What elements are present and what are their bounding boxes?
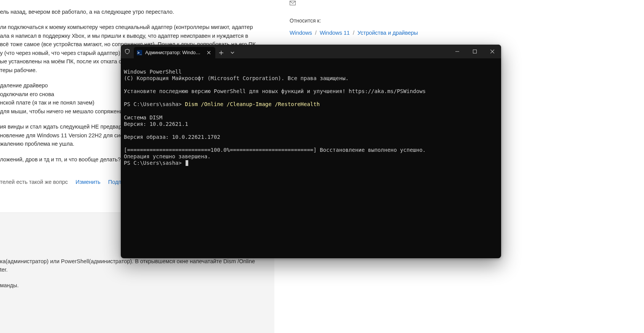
breadcrumb-separator: / bbox=[351, 30, 356, 36]
paragraph: манды. bbox=[0, 281, 267, 290]
answer-content: ка(администратор) или PowerShell(админис… bbox=[0, 257, 267, 296]
terminal-line: Версия образа: 10.0.22621.1702 bbox=[124, 134, 220, 140]
shield-icon bbox=[125, 49, 130, 54]
prompt-prefix: PS C:\Users\sasha> bbox=[124, 101, 185, 107]
terminal-prompt-line: PS C:\Users\sasha> Dism /Online /Cleanup… bbox=[124, 101, 320, 107]
minimize-button[interactable] bbox=[449, 45, 466, 58]
mail-icon[interactable] bbox=[290, 0, 556, 7]
terminal-line: Windows PowerShell bbox=[124, 69, 182, 75]
svg-rect-1 bbox=[473, 50, 477, 53]
titlebar[interactable]: >_ Администратор: Windows Pc bbox=[121, 45, 501, 58]
terminal-window[interactable]: >_ Администратор: Windows Pc Windows Pow… bbox=[121, 45, 501, 258]
terminal-prompt-line: PS C:\Users\sasha> bbox=[124, 160, 188, 166]
breadcrumb-current[interactable]: Устройства и драйверы bbox=[357, 30, 418, 36]
paragraph: ель назад, вечером всё работало, а на сл… bbox=[0, 8, 267, 16]
tab-dropdown-button[interactable] bbox=[227, 47, 238, 58]
applies-to-label: Относится к: bbox=[290, 18, 556, 24]
terminal-tab[interactable]: >_ Администратор: Windows Pc bbox=[134, 47, 215, 58]
window-controls bbox=[449, 45, 501, 58]
breadcrumb-link[interactable]: Windows bbox=[290, 30, 312, 36]
cursor bbox=[186, 160, 188, 166]
breadcrumb-separator: / bbox=[314, 30, 318, 36]
paragraph: ка(администратор) или PowerShell(админис… bbox=[0, 257, 267, 274]
new-tab-button[interactable] bbox=[215, 47, 227, 58]
terminal-line: Операция успешно завершена. bbox=[124, 153, 211, 159]
edit-link[interactable]: Изменить bbox=[75, 179, 100, 185]
terminal-line: (C) Корпорация Майкрософт (Microsoft Cor… bbox=[124, 75, 349, 81]
terminal-line: Установите последнюю версию PowerShell д… bbox=[124, 88, 426, 94]
terminal-line: Cистема DISM bbox=[124, 114, 162, 121]
close-button[interactable] bbox=[484, 45, 501, 58]
sidebar-column: Относится к: Windows / Windows 11 / Устр… bbox=[290, 0, 556, 36]
command-text: Dism /Online /Cleanup-Image /RestoreHeal… bbox=[185, 101, 320, 107]
prompt-prefix: PS C:\Users\sasha> bbox=[124, 160, 185, 166]
same-question-text: телей есть такой же вопрс bbox=[0, 179, 68, 185]
maximize-button[interactable] bbox=[466, 45, 484, 58]
tab-close-button[interactable] bbox=[205, 49, 212, 56]
terminal-line: [==========================100.0%=======… bbox=[124, 147, 426, 153]
terminal-line: Версия: 10.0.22621.1 bbox=[124, 121, 188, 127]
breadcrumb: Windows / Windows 11 / Устройства и драй… bbox=[290, 30, 556, 36]
powershell-icon: >_ bbox=[137, 50, 142, 55]
tab-title: Администратор: Windows Pc bbox=[145, 50, 202, 55]
terminal-body[interactable]: Windows PowerShell (C) Корпорация Майкро… bbox=[121, 58, 501, 258]
breadcrumb-link[interactable]: Windows 11 bbox=[320, 30, 350, 36]
